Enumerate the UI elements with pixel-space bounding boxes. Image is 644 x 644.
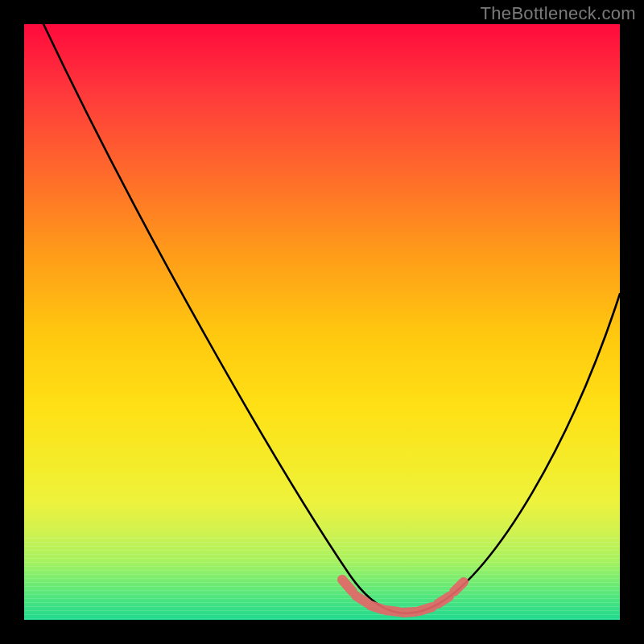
watermark-text: TheBottleneck.com [481,3,636,24]
svg-line-1 [356,596,367,603]
highlight-markers [342,580,464,613]
bottom-band-stripes [24,536,620,620]
chart-frame: TheBottleneck.com [0,0,644,644]
svg-line-2 [370,605,382,609]
svg-line-6 [438,597,449,604]
bottleneck-curve [32,24,620,613]
svg-line-3 [386,610,398,612]
svg-line-4 [402,612,415,613]
svg-line-5 [419,607,432,611]
plot-area [24,24,620,620]
svg-line-7 [454,582,464,592]
svg-line-0 [342,580,353,592]
curve-layer [24,24,620,620]
